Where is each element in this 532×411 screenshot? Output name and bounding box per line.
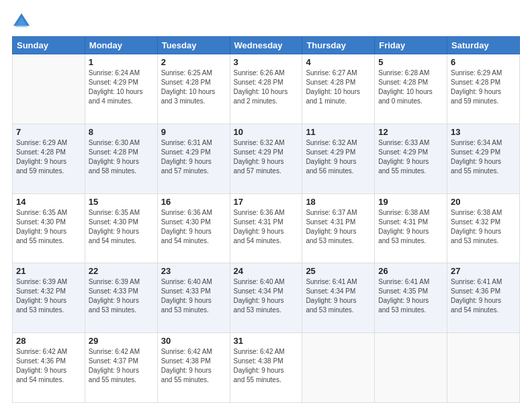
day-number: 14 (16, 197, 81, 207)
day-number: 12 (378, 127, 443, 137)
calendar-cell: 18Sunrise: 6:37 AM Sunset: 4:31 PM Dayli… (302, 193, 375, 263)
day-number: 5 (378, 57, 443, 67)
day-info: Sunrise: 6:40 AM Sunset: 4:33 PM Dayligh… (161, 277, 226, 315)
calendar-cell: 25Sunrise: 6:41 AM Sunset: 4:34 PM Dayli… (302, 263, 375, 333)
day-info: Sunrise: 6:32 AM Sunset: 4:29 PM Dayligh… (306, 138, 371, 176)
header (12, 12, 520, 31)
day-info: Sunrise: 6:39 AM Sunset: 4:33 PM Dayligh… (89, 277, 154, 315)
calendar-cell: 17Sunrise: 6:36 AM Sunset: 4:31 PM Dayli… (230, 193, 302, 263)
calendar-cell: 14Sunrise: 6:35 AM Sunset: 4:30 PM Dayli… (13, 193, 85, 263)
day-info: Sunrise: 6:33 AM Sunset: 4:29 PM Dayligh… (378, 138, 443, 176)
week-row-3: 14Sunrise: 6:35 AM Sunset: 4:30 PM Dayli… (13, 193, 520, 263)
calendar-cell: 26Sunrise: 6:41 AM Sunset: 4:35 PM Dayli… (375, 263, 447, 333)
day-number: 2 (161, 57, 226, 67)
logo (12, 12, 34, 31)
calendar-cell: 3Sunrise: 6:26 AM Sunset: 4:28 PM Daylig… (230, 54, 302, 124)
calendar-cell: 28Sunrise: 6:42 AM Sunset: 4:36 PM Dayli… (13, 333, 85, 403)
day-info: Sunrise: 6:42 AM Sunset: 4:38 PM Dayligh… (234, 347, 299, 385)
day-number: 22 (89, 266, 154, 276)
calendar-cell (447, 333, 520, 403)
day-info: Sunrise: 6:41 AM Sunset: 4:35 PM Dayligh… (378, 277, 443, 315)
day-number: 31 (234, 336, 299, 346)
day-number: 3 (234, 57, 299, 67)
calendar-cell: 29Sunrise: 6:42 AM Sunset: 4:37 PM Dayli… (85, 333, 157, 403)
day-info: Sunrise: 6:38 AM Sunset: 4:32 PM Dayligh… (451, 208, 516, 246)
calendar-cell (13, 54, 85, 124)
day-number: 21 (16, 266, 81, 276)
week-row-4: 21Sunrise: 6:39 AM Sunset: 4:32 PM Dayli… (13, 263, 520, 333)
day-number: 24 (234, 266, 299, 276)
weekday-header-friday: Friday (375, 37, 447, 54)
calendar-cell (302, 333, 375, 403)
day-info: Sunrise: 6:42 AM Sunset: 4:38 PM Dayligh… (161, 347, 226, 385)
day-number: 8 (89, 127, 154, 137)
day-info: Sunrise: 6:29 AM Sunset: 4:28 PM Dayligh… (16, 138, 81, 176)
day-info: Sunrise: 6:24 AM Sunset: 4:29 PM Dayligh… (89, 68, 154, 106)
day-number: 15 (89, 197, 154, 207)
day-number: 9 (161, 127, 226, 137)
weekday-header-row: SundayMondayTuesdayWednesdayThursdayFrid… (13, 37, 520, 54)
day-info: Sunrise: 6:27 AM Sunset: 4:28 PM Dayligh… (306, 68, 371, 106)
calendar-cell: 12Sunrise: 6:33 AM Sunset: 4:29 PM Dayli… (375, 124, 447, 193)
week-row-5: 28Sunrise: 6:42 AM Sunset: 4:36 PM Dayli… (13, 333, 520, 403)
weekday-header-wednesday: Wednesday (230, 37, 302, 54)
day-info: Sunrise: 6:38 AM Sunset: 4:31 PM Dayligh… (378, 208, 443, 246)
weekday-header-sunday: Sunday (13, 37, 85, 54)
day-number: 20 (451, 197, 516, 207)
calendar-cell: 15Sunrise: 6:35 AM Sunset: 4:30 PM Dayli… (85, 193, 157, 263)
day-info: Sunrise: 6:26 AM Sunset: 4:28 PM Dayligh… (234, 68, 299, 106)
calendar-cell: 5Sunrise: 6:28 AM Sunset: 4:28 PM Daylig… (375, 54, 447, 124)
week-row-2: 7Sunrise: 6:29 AM Sunset: 4:28 PM Daylig… (13, 124, 520, 193)
day-info: Sunrise: 6:30 AM Sunset: 4:28 PM Dayligh… (89, 138, 154, 176)
calendar-cell: 31Sunrise: 6:42 AM Sunset: 4:38 PM Dayli… (230, 333, 302, 403)
calendar-cell: 9Sunrise: 6:31 AM Sunset: 4:29 PM Daylig… (157, 124, 230, 193)
calendar-cell: 21Sunrise: 6:39 AM Sunset: 4:32 PM Dayli… (13, 263, 85, 333)
day-number: 1 (89, 57, 154, 67)
day-number: 7 (16, 127, 81, 137)
day-info: Sunrise: 6:36 AM Sunset: 4:30 PM Dayligh… (161, 208, 226, 246)
calendar-cell: 27Sunrise: 6:41 AM Sunset: 4:36 PM Dayli… (447, 263, 520, 333)
calendar-cell: 20Sunrise: 6:38 AM Sunset: 4:32 PM Dayli… (447, 193, 520, 263)
calendar-cell: 8Sunrise: 6:30 AM Sunset: 4:28 PM Daylig… (85, 124, 157, 193)
day-number: 10 (234, 127, 299, 137)
day-info: Sunrise: 6:41 AM Sunset: 4:36 PM Dayligh… (451, 277, 516, 315)
day-info: Sunrise: 6:42 AM Sunset: 4:37 PM Dayligh… (89, 347, 154, 385)
day-info: Sunrise: 6:34 AM Sunset: 4:29 PM Dayligh… (451, 138, 516, 176)
week-row-1: 1Sunrise: 6:24 AM Sunset: 4:29 PM Daylig… (13, 54, 520, 124)
calendar-cell: 16Sunrise: 6:36 AM Sunset: 4:30 PM Dayli… (157, 193, 230, 263)
day-info: Sunrise: 6:36 AM Sunset: 4:31 PM Dayligh… (234, 208, 299, 246)
day-number: 6 (451, 57, 516, 67)
calendar-cell (375, 333, 447, 403)
day-number: 19 (378, 197, 443, 207)
calendar-cell: 13Sunrise: 6:34 AM Sunset: 4:29 PM Dayli… (447, 124, 520, 193)
calendar-cell: 7Sunrise: 6:29 AM Sunset: 4:28 PM Daylig… (13, 124, 85, 193)
calendar-cell: 6Sunrise: 6:29 AM Sunset: 4:28 PM Daylig… (447, 54, 520, 124)
day-number: 11 (306, 127, 371, 137)
calendar-cell: 4Sunrise: 6:27 AM Sunset: 4:28 PM Daylig… (302, 54, 375, 124)
day-info: Sunrise: 6:32 AM Sunset: 4:29 PM Dayligh… (234, 138, 299, 176)
day-number: 28 (16, 336, 81, 346)
day-info: Sunrise: 6:41 AM Sunset: 4:34 PM Dayligh… (306, 277, 371, 315)
day-info: Sunrise: 6:39 AM Sunset: 4:32 PM Dayligh… (16, 277, 81, 315)
weekday-header-tuesday: Tuesday (157, 37, 230, 54)
calendar-cell: 30Sunrise: 6:42 AM Sunset: 4:38 PM Dayli… (157, 333, 230, 403)
day-number: 30 (161, 336, 226, 346)
day-info: Sunrise: 6:35 AM Sunset: 4:30 PM Dayligh… (89, 208, 154, 246)
day-number: 23 (161, 266, 226, 276)
day-number: 27 (451, 266, 516, 276)
day-number: 18 (306, 197, 371, 207)
day-info: Sunrise: 6:31 AM Sunset: 4:29 PM Dayligh… (161, 138, 226, 176)
day-number: 13 (451, 127, 516, 137)
weekday-header-saturday: Saturday (447, 37, 520, 54)
calendar-cell: 23Sunrise: 6:40 AM Sunset: 4:33 PM Dayli… (157, 263, 230, 333)
day-number: 16 (161, 197, 226, 207)
calendar-cell: 11Sunrise: 6:32 AM Sunset: 4:29 PM Dayli… (302, 124, 375, 193)
logo-icon (12, 12, 31, 31)
day-number: 25 (306, 266, 371, 276)
calendar-cell: 10Sunrise: 6:32 AM Sunset: 4:29 PM Dayli… (230, 124, 302, 193)
day-info: Sunrise: 6:40 AM Sunset: 4:34 PM Dayligh… (234, 277, 299, 315)
day-info: Sunrise: 6:42 AM Sunset: 4:36 PM Dayligh… (16, 347, 81, 385)
calendar-cell: 24Sunrise: 6:40 AM Sunset: 4:34 PM Dayli… (230, 263, 302, 333)
calendar-cell: 22Sunrise: 6:39 AM Sunset: 4:33 PM Dayli… (85, 263, 157, 333)
day-number: 26 (378, 266, 443, 276)
